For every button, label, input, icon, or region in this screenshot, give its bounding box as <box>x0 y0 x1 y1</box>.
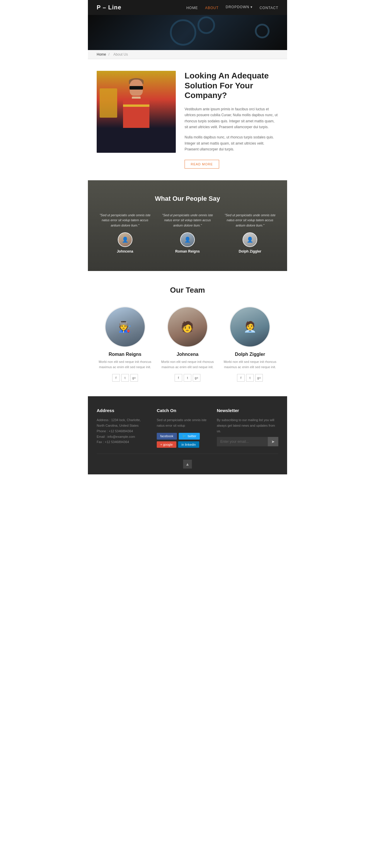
nav-about[interactable]: ABOUT <box>205 6 219 10</box>
team-name-roman: Roman Reigns <box>97 352 153 357</box>
footer-catchon-title: Catch On <box>157 408 208 413</box>
testimonial-avatar-1: 👤 <box>118 232 133 247</box>
about-section: Looking An Adequate Solution For Your Co… <box>88 59 287 180</box>
linkedin-button[interactable]: in linkedin <box>178 441 200 448</box>
testimonials-section: What Our People Say "Sed ut perspiciatis… <box>88 180 287 271</box>
footer-newsletter-desc: By subscribing to our mailing list you w… <box>217 417 278 434</box>
about-paragraph-2: Nulla mollis dapibus nunc, ut rhoncus tu… <box>184 134 278 152</box>
about-image <box>97 71 176 153</box>
testimonials-title: What Our People Say <box>97 195 278 203</box>
team-section: Our Team 🧑‍🏭 Roman Reigns Morbi non elit… <box>88 271 287 396</box>
hero-banner <box>88 15 287 50</box>
newsletter-email-input[interactable] <box>217 437 268 446</box>
team-social-john: f t g+ <box>159 374 215 382</box>
about-title: Looking An Adequate Solution For Your Co… <box>184 71 278 100</box>
read-more-button[interactable]: READ MORE <box>184 160 219 168</box>
footer-bottom: ▲ <box>97 454 278 468</box>
team-desc-roman: Morbi non elit sed neque init rhoncus ma… <box>97 360 153 370</box>
testimonial-avatar-2: 👤 <box>180 232 195 247</box>
team-member-roman: 🧑‍🏭 Roman Reigns Morbi non elit sed nequ… <box>97 306 153 382</box>
testimonial-name-2: Roman Reigns <box>159 249 215 253</box>
team-social-dolph: f t g+ <box>222 374 278 382</box>
team-john-google[interactable]: g+ <box>193 374 200 382</box>
team-name-john: Johncena <box>159 352 215 357</box>
facebook-button[interactable]: facebook <box>157 433 177 440</box>
footer-fax: Fax : +12 5346894364 <box>97 439 148 445</box>
team-grid: 🧑‍🏭 Roman Reigns Morbi non elit sed nequ… <box>97 306 278 382</box>
footer-catchon-desc: Sed ut perspiciatis unde omnis iste natu… <box>157 417 208 428</box>
footer-catchon-col: Catch On Sed ut perspiciatis unde omnis … <box>157 408 208 447</box>
newsletter-submit-button[interactable]: ➤ <box>268 437 278 446</box>
team-avatar-roman: 🧑‍🏭 <box>105 306 146 347</box>
about-paragraph-1: Vestibulum ante ipsum primis in faucibus… <box>184 106 278 130</box>
testimonial-avatar-3: 👤 <box>242 232 257 247</box>
team-john-facebook[interactable]: f <box>175 374 182 382</box>
footer-phone: Phone : +12 5346894364 <box>97 428 148 434</box>
testimonial-item-3: "Sed ut perspiciatis unde omnis iste nat… <box>222 213 278 254</box>
breadcrumb-current: About Us <box>113 52 128 57</box>
team-dolph-facebook[interactable]: f <box>237 374 244 382</box>
gear-decoration-3 <box>255 24 269 38</box>
testimonial-name-1: Johncena <box>97 249 153 253</box>
breadcrumb-separator: / <box>108 52 109 57</box>
footer-address-title: Address <box>97 408 148 413</box>
google-button[interactable]: + google <box>157 441 176 448</box>
team-dolph-google[interactable]: g+ <box>255 374 263 382</box>
team-desc-john: Morbi non elit sed neque init rhoncus ma… <box>159 360 215 370</box>
testimonial-name-3: Dolph Ziggler <box>222 249 278 253</box>
footer-address-line1: Address : 1234 lock, Charlotte, North Ca… <box>97 417 148 428</box>
footer-social-buttons: facebook 🐦 twitter + google in linkedin <box>157 433 208 448</box>
gear-decoration-1 <box>170 19 196 45</box>
breadcrumb: Home / About Us <box>88 50 287 59</box>
team-desc-dolph: Morbi non elit sed neque init rhoncus ma… <box>222 360 278 370</box>
about-content: Looking An Adequate Solution For Your Co… <box>184 71 278 168</box>
testimonial-text-2: "Sed ut perspiciatis unde omnis iste nat… <box>159 213 215 228</box>
testimonial-text-3: "Sed ut perspiciatis unde omnis iste nat… <box>222 213 278 228</box>
footer-grid: Address Address : 1234 lock, Charlotte, … <box>97 408 278 447</box>
team-dolph-twitter[interactable]: t <box>246 374 254 382</box>
twitter-icon: 🐦 <box>182 434 186 438</box>
team-john-twitter[interactable]: t <box>184 374 191 382</box>
breadcrumb-home[interactable]: Home <box>97 52 106 57</box>
team-title: Our Team <box>97 286 278 295</box>
team-roman-twitter[interactable]: t <box>121 374 129 382</box>
nav-contact[interactable]: CONTACT <box>260 6 278 10</box>
footer-email: Email : info@example.com <box>97 434 148 440</box>
footer: Address Address : 1234 lock, Charlotte, … <box>88 396 287 474</box>
brand[interactable]: P – Line <box>97 4 121 11</box>
navbar: P – Line HOME ABOUT DROPDOWN ▾ CONTACT <box>88 0 287 15</box>
testimonial-item-2: "Sed ut perspiciatis unde omnis iste nat… <box>159 213 215 254</box>
testimonials-grid: "Sed ut perspiciatis unde omnis iste nat… <box>97 213 278 254</box>
team-name-dolph: Dolph Ziggler <box>222 352 278 357</box>
footer-newsletter-title: Newsletter <box>217 408 278 413</box>
team-member-john: 🧑 Johncena Morbi non elit sed neque init… <box>159 306 215 382</box>
chevron-down-icon: ▾ <box>251 5 253 9</box>
nav-links: HOME ABOUT DROPDOWN ▾ CONTACT <box>186 5 278 10</box>
team-roman-google[interactable]: g+ <box>131 374 138 382</box>
testimonial-item-1: "Sed ut perspiciatis unde omnis iste nat… <box>97 213 153 254</box>
team-avatar-john: 🧑 <box>167 306 208 347</box>
scroll-to-top-button[interactable]: ▲ <box>183 460 192 468</box>
team-avatar-dolph: 🧑‍💼 <box>229 306 270 347</box>
footer-address-col: Address Address : 1234 lock, Charlotte, … <box>97 408 148 447</box>
footer-newsletter-col: Newsletter By subscribing to our mailing… <box>217 408 278 447</box>
testimonial-text-1: "Sed ut perspiciatis unde omnis iste nat… <box>97 213 153 228</box>
newsletter-form: ➤ <box>217 437 278 446</box>
gear-decoration-2 <box>198 17 215 34</box>
nav-dropdown[interactable]: DROPDOWN ▾ <box>226 5 253 9</box>
team-roman-facebook[interactable]: f <box>112 374 120 382</box>
nav-home[interactable]: HOME <box>186 6 198 10</box>
twitter-button[interactable]: 🐦 twitter <box>179 433 200 440</box>
team-social-roman: f t g+ <box>97 374 153 382</box>
team-member-dolph: 🧑‍💼 Dolph Ziggler Morbi non elit sed neq… <box>222 306 278 382</box>
